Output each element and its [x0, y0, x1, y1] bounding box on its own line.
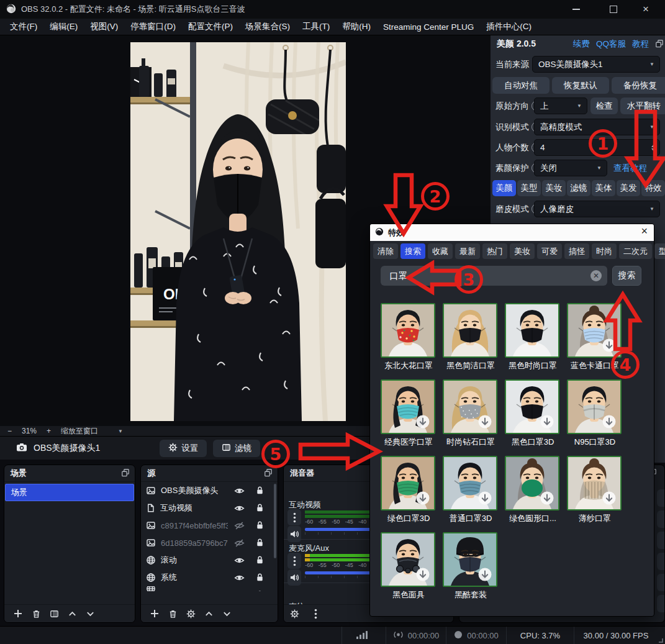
- source-properties-button[interactable]: [186, 609, 196, 619]
- detect-mode-select[interactable]: 高精度模式▼: [534, 119, 660, 135]
- menu-item[interactable]: Streaming Center PLUG: [377, 22, 480, 32]
- effects-category-tab[interactable]: 时尚: [592, 243, 617, 259]
- effects-category-tab[interactable]: 搞怪: [564, 243, 589, 259]
- lock-icon[interactable]: [255, 555, 265, 566]
- menu-item[interactable]: 视图(V): [84, 21, 124, 32]
- effect-thumbnail[interactable]: [381, 532, 435, 587]
- check-button[interactable]: 检查: [590, 98, 618, 114]
- menu-item[interactable]: 配置文件(P): [182, 21, 239, 32]
- menu-item[interactable]: 文件(F): [4, 21, 43, 32]
- effect-thumbnail[interactable]: [443, 456, 497, 510]
- effects-category-tab[interactable]: 美妆: [510, 243, 535, 259]
- mute-button[interactable]: [287, 569, 301, 586]
- effect-thumbnail[interactable]: [505, 303, 559, 358]
- mixer-menu-button[interactable]: [314, 609, 317, 619]
- person-count-input[interactable]: 4: [534, 139, 660, 156]
- effect-item[interactable]: 黑色面具: [381, 532, 437, 601]
- autofocus-button[interactable]: 自动对焦: [492, 77, 550, 94]
- menu-item[interactable]: 编辑(E): [43, 21, 84, 32]
- qq-support-link[interactable]: QQ客服: [596, 39, 626, 50]
- effect-item[interactable]: 普通口罩3D: [443, 456, 499, 524]
- effect-item[interactable]: N95口罩3D: [567, 379, 623, 448]
- beauty-tab[interactable]: 滤镜: [567, 180, 590, 196]
- effect-item[interactable]: 绿色口罩3D: [381, 456, 437, 524]
- effect-thumbnail[interactable]: [443, 303, 497, 358]
- flip-horizontal-button[interactable]: 水平翻转: [620, 98, 665, 114]
- control-button[interactable]: [657, 574, 665, 591]
- restore-default-button[interactable]: 恢复默认: [552, 77, 609, 94]
- effect-item[interactable]: 东北大花口罩: [381, 303, 437, 371]
- eye-icon[interactable]: [234, 486, 245, 498]
- effect-thumbnail[interactable]: [443, 379, 497, 434]
- effect-item[interactable]: 绿色圆形口...: [505, 456, 561, 524]
- effect-item[interactable]: 时尚钻石口罩: [443, 379, 499, 448]
- popout-icon[interactable]: [655, 39, 664, 50]
- lock-icon[interactable]: [255, 538, 265, 549]
- source-row[interactable]: 6d18859a5796bc75: [141, 534, 278, 551]
- source-row[interactable]: 系统: [141, 569, 278, 586]
- lock-icon[interactable]: [255, 573, 265, 584]
- source-row[interactable]: c8917f4ebbfbfe5ff3: [141, 517, 278, 534]
- smooth-mode-select[interactable]: 人像磨皮▼: [534, 201, 660, 217]
- mute-button[interactable]: [287, 526, 301, 542]
- effects-search-button[interactable]: 搜索: [612, 266, 641, 286]
- effects-category-tab[interactable]: 搜索: [400, 243, 425, 259]
- lock-icon[interactable]: [255, 486, 265, 497]
- effects-category-tab[interactable]: 热门: [482, 243, 507, 259]
- source-row[interactable]: OBS美颜摄像头: [141, 482, 278, 499]
- effect-thumbnail[interactable]: [381, 379, 435, 434]
- effect-item[interactable]: 黑色口罩3D: [505, 379, 561, 448]
- menu-item[interactable]: 工具(T): [296, 21, 336, 32]
- control-button[interactable]: [657, 532, 665, 549]
- source-filters-button[interactable]: 滤镜: [213, 440, 260, 457]
- move-up-button[interactable]: [204, 609, 214, 619]
- effect-thumbnail[interactable]: [505, 379, 559, 434]
- effects-category-tab[interactable]: 收藏: [428, 243, 453, 259]
- effects-category-tab[interactable]: 可爱: [537, 243, 562, 259]
- effects-category-tab[interactable]: 型男: [654, 243, 665, 259]
- effect-thumbnail[interactable]: [567, 303, 622, 358]
- scene-row[interactable]: 场景: [5, 484, 134, 501]
- move-down-button[interactable]: [86, 609, 95, 619]
- source-row[interactable]: 滚动: [141, 551, 278, 569]
- lock-icon[interactable]: [255, 503, 265, 514]
- renew-link[interactable]: 续费: [573, 39, 590, 50]
- add-scene-button[interactable]: [13, 609, 23, 619]
- effect-item[interactable]: 薄纱口罩: [567, 456, 623, 524]
- scene-filters-button[interactable]: [50, 609, 59, 619]
- channel-menu-button[interactable]: [287, 553, 301, 569]
- close-button[interactable]: ×: [631, 0, 660, 19]
- control-button[interactable]: [657, 510, 665, 528]
- tutorial-link[interactable]: 教程: [632, 39, 649, 50]
- effects-category-tab[interactable]: 二次元: [619, 243, 652, 259]
- menu-item[interactable]: 停靠窗口(D): [124, 21, 182, 32]
- add-source-button[interactable]: [150, 609, 160, 619]
- scrollbar[interactable]: [274, 484, 276, 558]
- spinner-buttons[interactable]: [651, 144, 656, 152]
- source-row[interactable]: 互动视频: [141, 499, 278, 517]
- effect-thumbnail[interactable]: [505, 456, 559, 510]
- beauty-tab[interactable]: 美型: [517, 180, 541, 196]
- eye-icon[interactable]: [234, 555, 245, 568]
- beauty-tab[interactable]: 特效: [641, 180, 665, 196]
- eye-off-icon[interactable]: [234, 538, 245, 550]
- menu-item[interactable]: 场景集合(S): [239, 21, 296, 32]
- effect-item[interactable]: 经典医学口罩: [381, 379, 437, 448]
- control-button[interactable]: [657, 489, 665, 507]
- effect-thumbnail[interactable]: [443, 532, 497, 587]
- resize-grip[interactable]: [658, 627, 665, 644]
- move-up-button[interactable]: [68, 609, 77, 619]
- effect-thumbnail[interactable]: [381, 456, 435, 510]
- beauty-tab[interactable]: 美颜: [492, 180, 516, 196]
- beauty-tab[interactable]: 美妆: [542, 180, 566, 196]
- menu-item[interactable]: 插件中心(C): [480, 21, 538, 32]
- effect-item[interactable]: 黑色时尚口罩: [505, 303, 561, 371]
- effect-thumbnail[interactable]: [381, 303, 435, 358]
- eye-off-icon[interactable]: [234, 520, 245, 533]
- source-settings-button[interactable]: 设置: [160, 440, 207, 457]
- beauty-tab[interactable]: 美发: [617, 180, 640, 196]
- backup-restore-button[interactable]: 备份恢复: [612, 77, 665, 94]
- control-button[interactable]: [657, 595, 665, 612]
- lock-icon[interactable]: [255, 520, 265, 532]
- bare-face-protect-select[interactable]: 关闭▼: [534, 160, 607, 176]
